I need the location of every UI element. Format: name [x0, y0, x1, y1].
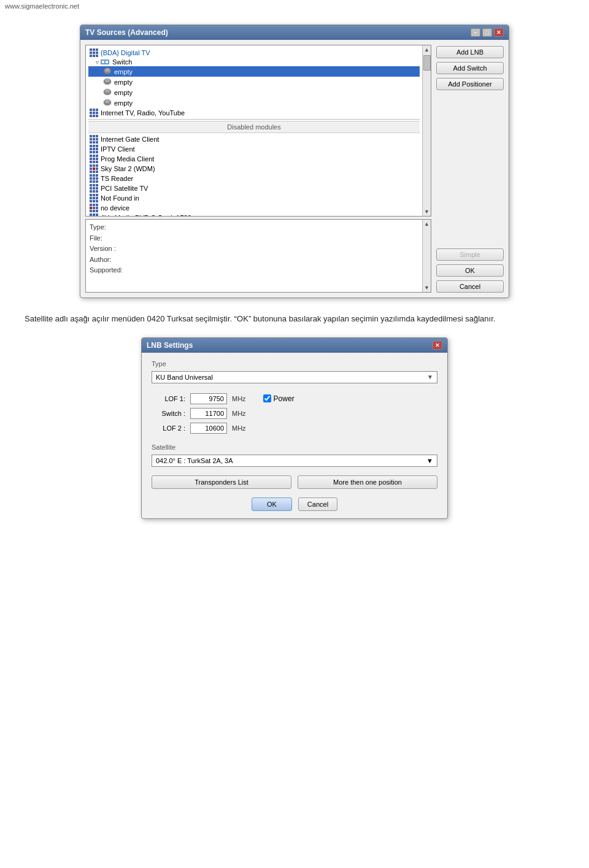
scroll-up-arrow[interactable]: ▲: [423, 45, 431, 54]
tree-item-empty-2[interactable]: empty: [88, 77, 420, 87]
svg-point-10: [105, 99, 110, 103]
info-type: Type:: [90, 222, 418, 233]
lof1-row: LOF 1: MHz Power: [152, 393, 437, 404]
tree-item-switch[interactable]: ▿ Switch: [88, 58, 420, 66]
add-lnb-button[interactable]: Add LNB: [436, 46, 504, 58]
tree-item-iptv[interactable]: IPTV Client: [88, 144, 420, 154]
lnb-ok-button[interactable]: OK: [252, 497, 292, 511]
no-device-label: no device: [101, 204, 129, 212]
type-select[interactable]: KU Band Universal ▼: [152, 371, 437, 383]
svg-point-4: [105, 68, 110, 72]
lof2-input[interactable]: [190, 423, 227, 434]
empty-4-label: empty: [114, 99, 133, 107]
tree-item-bda[interactable]: {BDA} Digital TV: [88, 48, 420, 58]
tree-item-no-device[interactable]: no device: [88, 203, 420, 213]
tree-item-avermedia-a700[interactable]: AVerMedia DVB-S Card, A700: [88, 213, 420, 216]
tree-item-empty-1[interactable]: empty: [88, 66, 420, 77]
switch-input[interactable]: [190, 408, 227, 419]
close-button[interactable]: ✕: [494, 28, 504, 37]
info-scroll-up[interactable]: ▲: [423, 220, 431, 228]
transponders-list-button[interactable]: Transponders List: [152, 475, 291, 489]
lnb-icon-4: [103, 98, 112, 107]
lnb-body: Type KU Band Universal ▼ LOF 1: MHz Powe…: [142, 353, 447, 518]
lof2-row: LOF 2 : MHz: [152, 423, 437, 434]
tree-item-prog-media[interactable]: Prog Media Client: [88, 154, 420, 164]
svg-rect-2: [106, 61, 108, 63]
lnb-titlebar-controls: ✕: [433, 341, 442, 350]
tree-inner: {BDA} Digital TV ▿ Switch: [86, 45, 422, 216]
tv-sources-dialog: TV Sources (Advanced) – □ ✕: [80, 25, 509, 298]
tree-item-skystar[interactable]: Sky Star 2 (WDM): [88, 164, 420, 174]
paragraph-text: Satellite adlı aşağı açılır menüden 0420…: [25, 313, 564, 325]
website-url: www.sigmaelectronic.net: [0, 0, 589, 12]
info-scroll-down[interactable]: ▼: [423, 283, 431, 292]
lnb-cancel-button[interactable]: Cancel: [298, 497, 337, 511]
tv-ok-button[interactable]: OK: [436, 264, 504, 277]
more-then-one-position-button[interactable]: More then one position: [298, 475, 437, 489]
lnb-icon-2: [103, 77, 112, 86]
tree-item-empty-3[interactable]: empty: [88, 87, 420, 98]
power-label: Power: [274, 394, 294, 403]
svg-point-8: [105, 89, 110, 93]
power-check: Power: [263, 394, 294, 403]
switch-icon: [100, 58, 110, 66]
satellite-value: 042.0° E : TurkSat 2A, 3A: [156, 457, 233, 464]
info-version: Version :: [90, 244, 418, 255]
tree-scrollbar[interactable]: ▲ ▼: [422, 45, 431, 216]
iptv-label: IPTV Client: [101, 145, 135, 153]
lof1-unit: MHz: [232, 395, 246, 402]
freq-section: LOF 1: MHz Power Switch : MHz LOF 2 :: [152, 393, 437, 434]
info-scrollbar[interactable]: ▲ ▼: [422, 220, 431, 292]
lnb-close-button[interactable]: ✕: [433, 341, 442, 350]
bda-label: {BDA} Digital TV: [101, 49, 150, 56]
scroll-thumb[interactable]: [423, 55, 431, 71]
switch-label: Switch :: [152, 410, 185, 417]
power-checkbox[interactable]: [263, 394, 271, 402]
satellite-chevron-icon: ▼: [426, 457, 433, 464]
type-select-value: KU Band Universal: [156, 374, 213, 381]
switch-label: Switch: [112, 58, 132, 66]
internet-tv-label: Internet TV, Radio, YouTube: [101, 109, 185, 117]
skystar-label: Sky Star 2 (WDM): [101, 165, 155, 172]
switch-unit: MHz: [232, 410, 246, 417]
svg-rect-1: [102, 61, 104, 63]
pci-sat-label: PCI Satellite TV: [101, 185, 148, 192]
tsreader-label: TS Reader: [101, 175, 133, 182]
svg-point-6: [105, 79, 110, 82]
lnb-ok-cancel: OK Cancel: [152, 497, 437, 511]
lnb-titlebar: LNB Settings ✕: [142, 338, 447, 353]
tree-item-tsreader[interactable]: TS Reader: [88, 174, 420, 183]
lnb-action-buttons: Transponders List More then one position: [152, 475, 437, 489]
tv-sources-body: {BDA} Digital TV ▿ Switch: [80, 40, 509, 298]
lof2-label: LOF 2 :: [152, 424, 185, 432]
info-file: File:: [90, 233, 418, 244]
disabled-modules-label: Disabled modules: [88, 121, 420, 133]
tree-item-not-found[interactable]: Not Found in: [88, 193, 420, 203]
tree-item-pci-sat[interactable]: PCI Satellite TV: [88, 183, 420, 193]
satellite-section-label: Satellite: [152, 444, 437, 451]
info-area: Type: File: Version : Author: Supported:…: [85, 219, 431, 293]
simple-button[interactable]: Simple: [436, 248, 504, 261]
internet-gate-label: Internet Gate Client: [101, 136, 159, 143]
info-author: Author:: [90, 255, 418, 266]
not-found-label: Not Found in: [101, 194, 139, 202]
tree-item-internet-gate[interactable]: Internet Gate Client: [88, 134, 420, 144]
satellite-select[interactable]: 042.0° E : TurkSat 2A, 3A ▼: [152, 455, 437, 467]
tree-item-empty-4[interactable]: empty: [88, 98, 420, 108]
lnb-icon-3: [103, 88, 112, 97]
add-switch-button[interactable]: Add Switch: [436, 62, 504, 74]
lof1-input[interactable]: [190, 393, 227, 404]
tv-cancel-button[interactable]: Cancel: [436, 280, 504, 293]
maximize-button[interactable]: □: [482, 28, 492, 37]
minimize-button[interactable]: –: [471, 28, 480, 37]
tree-scroll-area: {BDA} Digital TV ▿ Switch: [85, 45, 431, 217]
scroll-down-arrow[interactable]: ▼: [423, 207, 431, 216]
add-positioner-button[interactable]: Add Positioner: [436, 78, 504, 90]
type-section-label: Type: [152, 360, 437, 367]
info-inner: Type: File: Version : Author: Supported:: [86, 220, 422, 292]
tree-item-internet-tv[interactable]: Internet TV, Radio, YouTube: [88, 108, 420, 118]
tv-buttons-panel: Add LNB Add Switch Add Positioner Simple…: [436, 45, 504, 293]
lnb-icon-1: [103, 67, 112, 76]
lnb-settings-dialog: LNB Settings ✕ Type KU Band Universal ▼ …: [141, 337, 448, 519]
satellite-section: Satellite 042.0° E : TurkSat 2A, 3A ▼: [152, 444, 437, 467]
